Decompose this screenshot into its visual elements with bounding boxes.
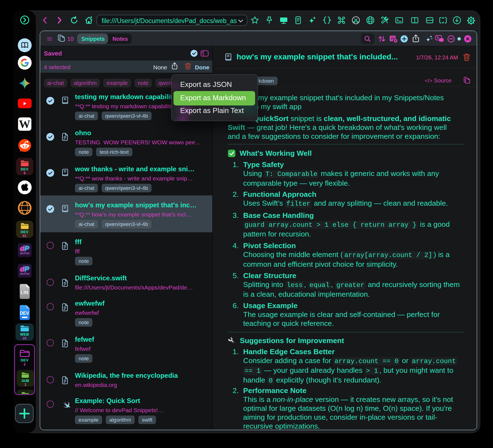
svg-text:LIN: LIN [21, 290, 28, 295]
svg-text:TES: TES [21, 206, 29, 210]
svg-text:DEV: DEV [20, 311, 29, 316]
